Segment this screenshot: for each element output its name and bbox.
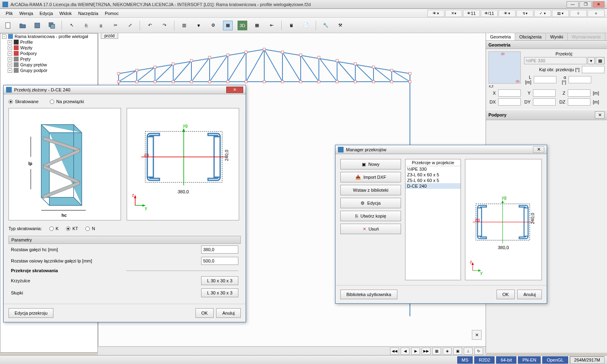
- toggle-4[interactable]: 👁/11: [481, 10, 498, 17]
- DX-input[interactable]: [498, 98, 521, 106]
- krzyzulce-button[interactable]: L 30 x 30 x 3: [201, 276, 238, 285]
- nav-sel-icon[interactable]: ▣: [453, 347, 462, 355]
- cut-icon[interactable]: ✂: [110, 21, 120, 30]
- DY-input[interactable]: [533, 98, 556, 106]
- tree-item-grupy-podpor[interactable]: +Grupy podpór: [0, 68, 98, 73]
- menu-plik[interactable]: Plik: [2, 10, 16, 17]
- view-tab[interactable]: przód: [101, 33, 118, 39]
- expand-icon[interactable]: +: [8, 40, 12, 44]
- alpha-input[interactable]: [569, 76, 591, 83]
- cancel-button[interactable]: Anuluj: [216, 308, 241, 318]
- kat-input[interactable]: [582, 66, 605, 73]
- toggle-2[interactable]: ✕▾: [445, 10, 462, 17]
- tree-item-podpory[interactable]: +Podpory: [0, 51, 98, 56]
- columns-icon[interactable]: ⫼: [96, 21, 106, 30]
- przekroje-list[interactable]: Przekroje w projekcie ½IPE 330 Z3-L 60 x…: [405, 159, 461, 280]
- nav-grid-icon[interactable]: ▦: [432, 347, 441, 355]
- DZ-input[interactable]: [568, 98, 590, 106]
- Z-input[interactable]: [568, 89, 590, 97]
- list-item[interactable]: Z5-L 60 x 60 x 5: [405, 178, 461, 183]
- wrench-icon[interactable]: 🔧: [321, 21, 331, 30]
- close-button[interactable]: ✕: [592, 1, 605, 8]
- expand-icon[interactable]: +: [8, 46, 12, 50]
- podpory-clear-icon[interactable]: ✕: [595, 111, 605, 119]
- param-hc-input[interactable]: [201, 245, 238, 254]
- tree-root[interactable]: − Rama kratownicowa - profile wielogał: [0, 34, 98, 39]
- tree-item-profile[interactable]: +Profile: [0, 39, 98, 45]
- report-icon[interactable]: 📄: [301, 21, 311, 30]
- L-input[interactable]: [534, 76, 556, 83]
- nav-first-icon[interactable]: ◀◀: [390, 347, 399, 355]
- Y-input[interactable]: [533, 89, 556, 97]
- expand-icon[interactable]: −: [2, 34, 6, 39]
- menu-pomoc[interactable]: Pomoc: [102, 10, 122, 17]
- undo-icon[interactable]: ↶: [145, 21, 155, 30]
- open-icon[interactable]: [18, 21, 28, 30]
- nav-next-icon[interactable]: ▶: [411, 347, 420, 355]
- radio-KT[interactable]: KT: [66, 226, 78, 231]
- menu-wersja[interactable]: Wersja: [16, 10, 36, 17]
- radio-N[interactable]: N: [85, 226, 95, 231]
- nav-rotate-icon[interactable]: ↻: [474, 347, 483, 355]
- grid-icon[interactable]: ▥: [179, 21, 189, 30]
- filter-icon[interactable]: ▼: [194, 21, 204, 30]
- biblioteka-button[interactable]: Biblioteka użytkownika: [340, 290, 397, 299]
- nav-last-icon[interactable]: ▶▶: [422, 347, 431, 355]
- view-2d-icon[interactable]: ▦: [223, 21, 233, 30]
- utworz-kopie-button[interactable]: ⎘Utwórz kopię: [340, 211, 401, 221]
- axes-icon[interactable]: ⤢: [125, 21, 135, 30]
- X-input[interactable]: [498, 89, 521, 97]
- save-as-icon[interactable]: [47, 21, 57, 30]
- maximize-button[interactable]: ❐: [579, 1, 592, 8]
- edycja-button[interactable]: ⚙Edycja: [340, 198, 401, 208]
- toggle-1[interactable]: 👁 ▾: [427, 10, 444, 17]
- import-dxf-button[interactable]: 📥Import DXF: [340, 172, 401, 182]
- tree-item-grupy-pretow[interactable]: +Grupy prętów: [0, 62, 98, 68]
- tree-item-wezly[interactable]: +Węzły: [0, 45, 98, 51]
- wstaw-biblioteki-button[interactable]: Wstaw z biblioteki: [340, 185, 401, 195]
- nowy-button[interactable]: ▣Nowy: [340, 159, 401, 169]
- canvas-settings-icon[interactable]: ✕: [472, 330, 482, 340]
- status-r2d2[interactable]: R2D2: [474, 356, 495, 364]
- toggle-6[interactable]: ↯▾: [516, 10, 533, 17]
- edycja-przekroju-button[interactable]: Edycja przekroju: [8, 308, 53, 318]
- status-opengl[interactable]: OpenGL: [542, 356, 568, 364]
- menu-widok[interactable]: Widok: [56, 10, 75, 17]
- menu-edycja[interactable]: Edycja: [36, 10, 56, 17]
- align-icon[interactable]: ⇤: [267, 21, 276, 30]
- tab-geometria[interactable]: Geometria: [486, 33, 515, 40]
- przekroj-select[interactable]: [524, 57, 587, 64]
- tree-item-prety[interactable]: +Pręty: [0, 56, 98, 62]
- tab-wyniki[interactable]: Wyniki: [546, 33, 567, 40]
- nav-snap-icon[interactable]: ◈: [443, 347, 452, 355]
- status-64bit[interactable]: 64-bit: [496, 356, 516, 364]
- calc-icon[interactable]: 🖩: [287, 21, 296, 30]
- usun-button[interactable]: ✕Usuń: [340, 224, 401, 234]
- minimize-button[interactable]: —: [567, 1, 579, 8]
- dialog-close-icon[interactable]: ✕: [533, 146, 544, 153]
- ok-button[interactable]: OK: [497, 290, 515, 299]
- status-ms[interactable]: MS: [457, 356, 473, 364]
- copy-icon[interactable]: ⎘: [81, 21, 91, 30]
- toggle-8[interactable]: ▤ ▾: [552, 10, 569, 17]
- toggle-5[interactable]: 👁 ▾: [499, 10, 516, 17]
- przekroj-browse-icon[interactable]: ▦: [596, 57, 605, 64]
- menu-narzedzia[interactable]: Narzędzia: [75, 10, 102, 17]
- redo-icon[interactable]: ↷: [159, 21, 169, 30]
- radio-na-przewiazki[interactable]: Na przewiązki: [50, 99, 84, 104]
- przekroj-dropdown-icon[interactable]: ▾: [588, 57, 595, 64]
- list-item[interactable]: D-CE 240: [405, 183, 461, 189]
- expand-icon[interactable]: +: [8, 63, 12, 67]
- expand-icon[interactable]: +: [8, 68, 12, 73]
- view-3d-icon[interactable]: 3D: [238, 21, 247, 30]
- toggle-10[interactable]: ≡: [588, 10, 605, 17]
- list-item[interactable]: Z3-L 60 x 60 x 5: [405, 172, 461, 178]
- settings-icon[interactable]: ⚙: [208, 21, 218, 30]
- param-lp-input[interactable]: [201, 257, 238, 265]
- new-icon[interactable]: [3, 21, 13, 30]
- toggle-9[interactable]: ◊: [570, 10, 587, 17]
- ok-button[interactable]: OK: [195, 308, 214, 318]
- radio-skratowane[interactable]: Skratowane: [8, 99, 38, 104]
- save-icon[interactable]: [32, 21, 42, 30]
- list-item[interactable]: ½IPE 330: [405, 166, 461, 172]
